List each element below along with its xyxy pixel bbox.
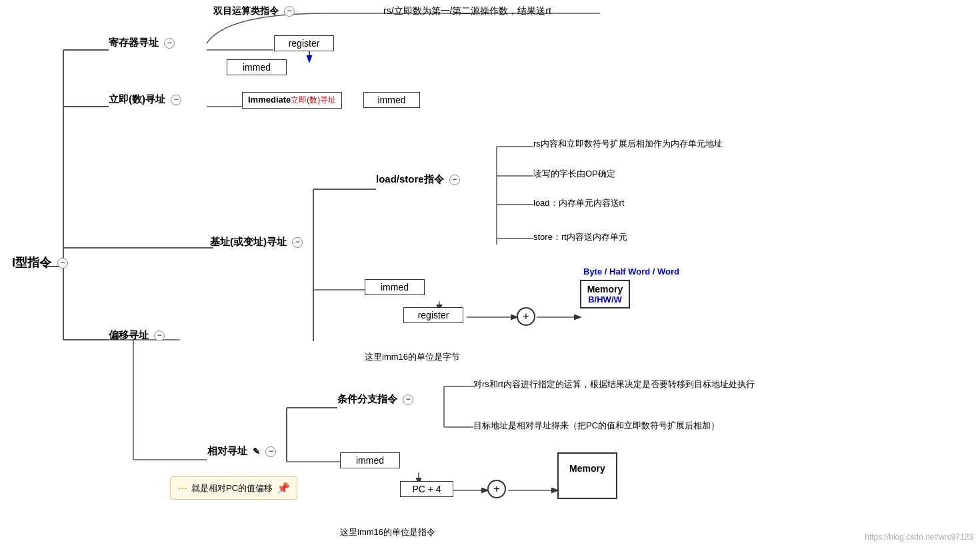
memory-box-1: Memory B/HW/W — [580, 280, 630, 308]
plus-circle-2: + — [487, 480, 506, 498]
main-node: I型指令 − — [12, 255, 68, 271]
relative-addr-collapse[interactable]: − — [265, 446, 276, 457]
immed-field-1: immed — [227, 59, 287, 75]
immediate-box: Immediate立即(数)寻址 — [242, 92, 342, 109]
offset-addr-collapse[interactable]: − — [154, 330, 165, 341]
cond-branch-desc1: 对rs和rt内容进行指定的运算，根据结果决定是否要转移到目标地址处执行 — [473, 378, 755, 390]
byte-hw-word-label: Byte / Half Word / Word — [583, 267, 679, 276]
base-addr-label: 基址(或变址)寻址 − — [210, 236, 303, 249]
cond-branch-label: 条件分支指令 − — [337, 393, 413, 406]
immediate-addr-collapse[interactable]: − — [171, 95, 181, 105]
connector-lines — [0, 0, 980, 547]
load-store-collapse[interactable]: − — [449, 175, 460, 185]
imm16-note-2: 这里imm16的单位是指令 — [340, 526, 435, 538]
watermark: https://blog.csdn.net/wrc97123 — [865, 532, 973, 542]
register-box-2: register — [403, 307, 463, 323]
load-store-desc4: store：rt内容送内存单元 — [533, 231, 627, 243]
imm16-note-1: 这里imm16的单位是字节 — [365, 351, 460, 363]
load-store-label: load/store指令 − — [376, 173, 460, 186]
load-store-desc1: rs内容和立即数符号扩展后相加作为内存单元地址 — [533, 138, 723, 150]
dual-op-label: 双目运算类指令 − — [213, 5, 295, 17]
relative-addr-label: 相对寻址 ✎ − — [207, 445, 276, 458]
immediate-addr-label: 立即(数)寻址 − — [109, 93, 181, 106]
load-store-desc2: 读写的字长由OP确定 — [533, 168, 615, 180]
memory-box-2: Memory — [557, 452, 617, 499]
register-addr-collapse[interactable]: − — [164, 38, 175, 49]
pc4-box: PC + 4 — [400, 481, 453, 497]
immed-field-2: immed — [365, 279, 425, 295]
immed-field-3: immed — [340, 452, 400, 468]
note-popup: ··· 就是相对PC的值偏移 📌 — [170, 476, 297, 500]
main-collapse-btn[interactable]: − — [57, 258, 68, 269]
register-box-top: register — [274, 35, 334, 51]
offset-addr-label: 偏移寻址 − — [109, 329, 165, 342]
plus-circle-1: + — [517, 307, 535, 326]
cond-branch-desc2: 目标地址是相对寻址得来（把PC的值和立即数符号扩展后相加） — [473, 420, 719, 432]
immed-field-imm: immed — [363, 92, 420, 108]
load-store-desc3: load：内存单元内容送rt — [533, 197, 625, 209]
dual-op-collapse[interactable]: − — [284, 6, 295, 17]
pin-icon: 📌 — [277, 482, 290, 494]
base-addr-collapse[interactable]: − — [292, 237, 303, 248]
dual-op-desc: rs/立即数为第一/第二源操作数，结果送rt — [383, 5, 551, 17]
edit-icon[interactable]: ✎ — [253, 446, 260, 456]
cond-branch-collapse[interactable]: − — [403, 394, 413, 405]
register-addr-label: 寄存器寻址 − — [109, 37, 175, 49]
